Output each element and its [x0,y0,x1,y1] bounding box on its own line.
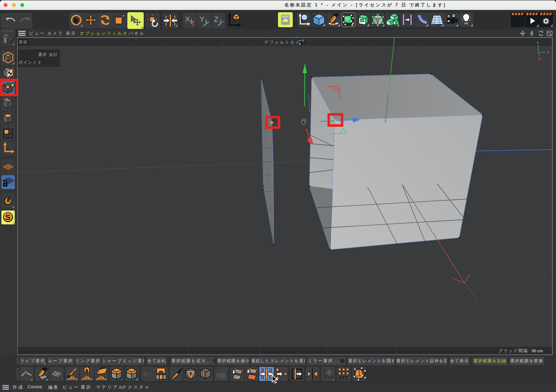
svg-text:Y: Y [200,15,204,23]
svg-text:Z: Z [547,50,549,54]
svg-text:Y: Y [537,41,539,45]
svg-text:X: X [185,15,190,23]
svg-text:透視: 透視 [19,40,28,44]
svg-text:ポイント: ポイント [19,60,37,64]
svg-text:XYZ: XYZ [338,375,348,381]
svg-text:選択: 選択 [38,52,47,57]
svg-text:2: 2 [38,60,41,64]
svg-text:X: X [538,57,541,61]
svg-text:グリッド間隔 : 50 cm: グリッド間隔 : 50 cm [498,348,543,353]
svg-text:合計: 合計 [49,52,58,57]
svg-text:S: S [5,213,11,222]
svg-text:Z: Z [214,15,219,23]
